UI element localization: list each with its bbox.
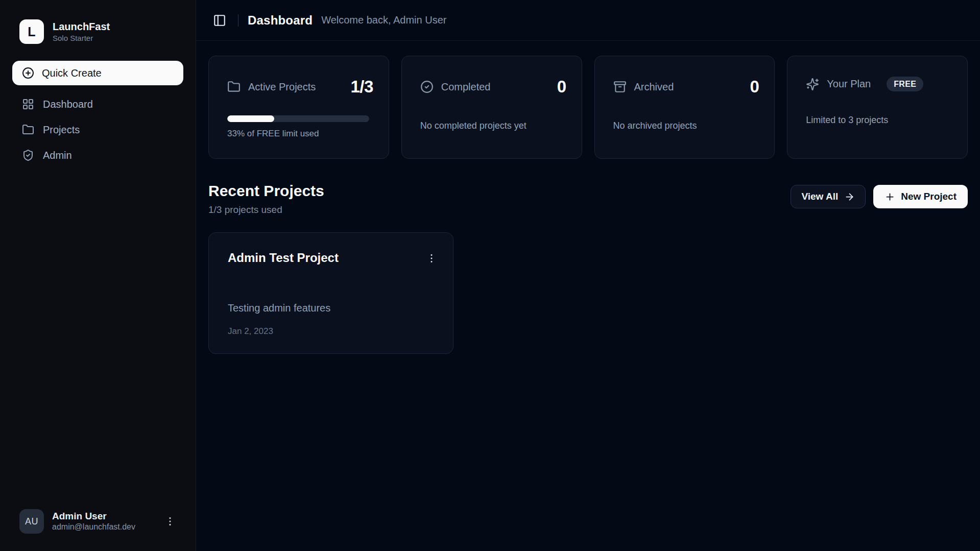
view-all-label: View All [801,191,838,202]
stat-card-completed: Completed 0 No completed projects yet [401,56,582,159]
topbar-divider [238,14,238,27]
user-name: Admin User [52,510,135,522]
stat-value: 0 [557,77,566,97]
sparkles-icon [806,78,819,91]
project-title: Admin Test Project [228,250,339,266]
app-plan-label: Solo Starter [53,33,110,43]
sidebar-item-label: Admin [43,150,72,161]
main-area: Dashboard Welcome back, Admin User Activ… [196,0,980,551]
stat-value: 0 [750,77,759,97]
topbar: Dashboard Welcome back, Admin User [196,0,980,41]
avatar: AU [19,509,44,534]
app-logo-row: L LaunchFast Solo Starter [12,19,183,44]
stat-label: Archived [634,81,674,93]
app-logo-letter: L [28,25,35,39]
project-menu-button[interactable] [423,250,440,267]
archive-icon [613,80,627,93]
sidebar-item-label: Projects [43,124,80,136]
circle-plus-icon [22,67,34,79]
more-vertical-icon [164,516,176,527]
project-card[interactable]: Admin Test Project Testing admin feature… [208,232,453,354]
stats-grid: Active Projects 1/3 33% of FREE limit us… [208,56,968,159]
stat-caption: 33% of FREE limit used [227,129,373,139]
stat-caption: Limited to 3 projects [806,115,952,126]
plan-usage-progress-fill [227,115,274,122]
project-description: Testing admin features [228,301,440,315]
arrow-right-icon [844,191,855,202]
sidebar-toggle-button[interactable] [209,10,230,31]
stat-label: Your Plan [827,78,871,90]
stat-card-archived: Archived 0 No archived projects [594,56,775,159]
user-menu-button[interactable] [162,513,178,530]
stat-card-your-plan: Your Plan FREE Limited to 3 projects [787,56,968,159]
folder-icon [22,124,34,136]
app-logo: L [19,19,44,44]
shield-check-icon [22,149,34,161]
sidebar-item-label: Dashboard [43,99,93,110]
stat-card-active-projects: Active Projects 1/3 33% of FREE limit us… [208,56,389,159]
user-email: admin@launchfast.dev [52,522,135,533]
stat-label: Completed [441,81,491,93]
projects-grid: Admin Test Project Testing admin feature… [208,232,968,354]
more-vertical-icon [426,253,437,264]
stat-caption: No archived projects [613,121,759,131]
plan-usage-progressbar [227,115,369,122]
section-title: Recent Projects [208,181,324,201]
avatar-initials: AU [25,516,38,527]
section-subtitle: 1/3 projects used [208,204,324,215]
new-project-label: New Project [901,191,957,202]
circle-check-icon [420,80,434,93]
sidebar-item-dashboard[interactable]: Dashboard [12,91,183,117]
sidebar-item-projects[interactable]: Projects [12,117,183,142]
sidebar-user[interactable]: AU Admin User admin@launchfast.dev [12,509,183,534]
dashboard-content: Active Projects 1/3 33% of FREE limit us… [196,41,980,551]
layout-grid-icon [22,98,34,110]
sidebar: L LaunchFast Solo Starter Quick Create D… [0,0,196,551]
folder-icon [227,80,241,93]
stat-value: 1/3 [350,77,373,97]
new-project-button[interactable]: New Project [873,185,968,208]
panel-left-icon [213,14,226,27]
stat-caption: No completed projects yet [420,121,566,131]
plan-badge: FREE [887,77,923,91]
view-all-button[interactable]: View All [791,185,866,208]
quick-create-button[interactable]: Quick Create [12,61,183,85]
stat-label: Active Projects [248,81,316,93]
recent-projects-header: Recent Projects 1/3 projects used View A… [208,181,968,215]
project-date: Jan 2, 2023 [228,326,440,337]
quick-create-label: Quick Create [42,67,102,79]
sidebar-item-admin[interactable]: Admin [12,142,183,168]
plus-icon [885,191,895,202]
sidebar-nav: Dashboard Projects Admin [12,91,183,168]
app-name: LaunchFast [53,20,110,33]
page-subtitle: Welcome back, Admin User [321,14,446,26]
page-title: Dashboard [248,13,313,28]
